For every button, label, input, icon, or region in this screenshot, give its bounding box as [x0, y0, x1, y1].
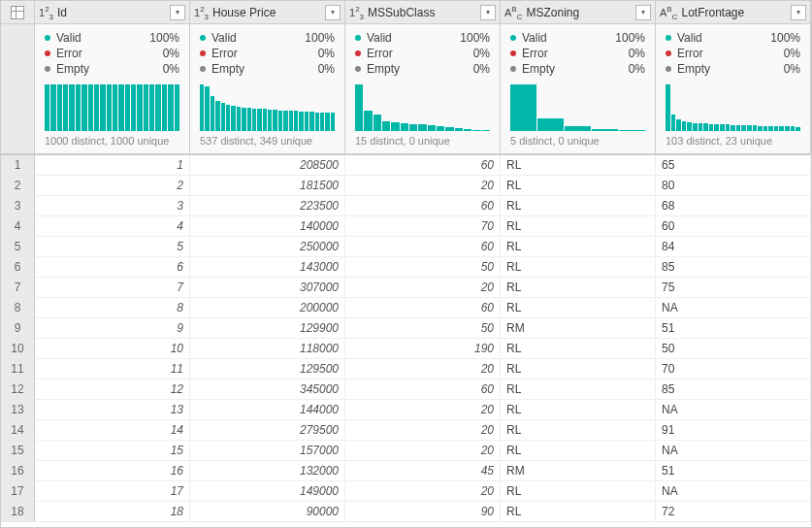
row-number[interactable]: 18	[1, 502, 35, 522]
row-number[interactable]: 15	[1, 441, 35, 461]
cell[interactable]: 345000	[190, 380, 345, 400]
cell[interactable]: 140000	[190, 216, 345, 237]
cell[interactable]: RM	[501, 461, 656, 481]
cell[interactable]: 45	[345, 461, 501, 481]
row-number[interactable]: 6	[1, 257, 35, 278]
cell[interactable]: 18	[35, 502, 190, 522]
cell[interactable]: 7	[35, 278, 190, 298]
text-type-icon[interactable]: ABC	[660, 6, 681, 19]
cell[interactable]: 5	[35, 237, 190, 257]
cell[interactable]: 11	[35, 359, 190, 380]
filter-dropdown-icon[interactable]: ▾	[480, 5, 496, 20]
cell[interactable]: 279500	[190, 420, 345, 441]
cell[interactable]: 91	[656, 420, 811, 441]
cell[interactable]: 70	[345, 216, 501, 237]
cell[interactable]: 50	[345, 257, 501, 278]
cell[interactable]: NA	[656, 298, 811, 318]
column-header[interactable]: 123Id▾	[35, 1, 190, 24]
cell[interactable]: RL	[501, 237, 656, 257]
table-corner[interactable]	[1, 1, 35, 24]
cell[interactable]: 118000	[190, 339, 345, 359]
cell[interactable]: 14	[35, 420, 190, 441]
row-number[interactable]: 1	[1, 155, 35, 176]
row-number[interactable]: 11	[1, 359, 35, 380]
cell[interactable]: RL	[501, 441, 656, 461]
row-number[interactable]: 7	[1, 278, 35, 298]
cell[interactable]: 144000	[190, 400, 345, 420]
cell[interactable]: 68	[656, 196, 811, 216]
cell[interactable]: 20	[345, 359, 501, 380]
cell[interactable]: RL	[501, 359, 656, 380]
cell[interactable]: 20	[345, 481, 501, 502]
cell[interactable]: 15	[35, 441, 190, 461]
cell[interactable]: 250000	[190, 237, 345, 257]
cell[interactable]: 60	[345, 155, 501, 176]
cell[interactable]: 51	[656, 461, 811, 481]
row-number[interactable]: 14	[1, 420, 35, 441]
cell[interactable]: 16	[35, 461, 190, 481]
cell[interactable]: RL	[501, 502, 656, 522]
cell[interactable]: 85	[656, 257, 811, 278]
filter-dropdown-icon[interactable]: ▾	[791, 5, 806, 20]
cell[interactable]: 190	[345, 339, 501, 359]
cell[interactable]: 70	[656, 359, 811, 380]
cell[interactable]: 90	[345, 502, 501, 522]
cell[interactable]: 85	[656, 380, 811, 400]
cell[interactable]: 6	[35, 257, 190, 278]
distribution-histogram[interactable]	[510, 82, 645, 131]
filter-dropdown-icon[interactable]: ▾	[635, 5, 651, 20]
cell[interactable]: 50	[345, 318, 501, 339]
distribution-histogram[interactable]	[45, 82, 179, 131]
cell[interactable]: RL	[501, 196, 656, 216]
row-number[interactable]: 8	[1, 298, 35, 318]
row-number[interactable]: 3	[1, 196, 35, 216]
cell[interactable]: 8	[35, 298, 190, 318]
cell[interactable]: 9	[35, 318, 190, 339]
cell[interactable]: RL	[501, 257, 656, 278]
cell[interactable]: NA	[656, 441, 811, 461]
cell[interactable]: 2	[35, 176, 190, 196]
row-number[interactable]: 2	[1, 176, 35, 196]
cell[interactable]: 4	[35, 216, 190, 237]
row-number[interactable]: 5	[1, 237, 35, 257]
cell[interactable]: 20	[345, 400, 501, 420]
cell[interactable]: 1	[35, 155, 190, 176]
distribution-histogram[interactable]	[666, 82, 800, 131]
row-number[interactable]: 9	[1, 318, 35, 339]
cell[interactable]: 50	[656, 339, 811, 359]
cell[interactable]: 90000	[190, 502, 345, 522]
cell[interactable]: 208500	[190, 155, 345, 176]
cell[interactable]: 13	[35, 400, 190, 420]
cell[interactable]: 51	[656, 318, 811, 339]
cell[interactable]: 129900	[190, 318, 345, 339]
number-type-icon[interactable]: 123	[349, 6, 368, 19]
cell[interactable]: 3	[35, 196, 190, 216]
cell[interactable]: NA	[656, 400, 811, 420]
distribution-histogram[interactable]	[355, 82, 490, 131]
row-number[interactable]: 16	[1, 461, 35, 481]
cell[interactable]: RL	[501, 339, 656, 359]
column-header[interactable]: 123MSSubClass▾	[345, 1, 501, 24]
cell[interactable]: 60	[345, 196, 501, 216]
cell[interactable]: 132000	[190, 461, 345, 481]
cell[interactable]: 200000	[190, 298, 345, 318]
cell[interactable]: 60	[345, 298, 501, 318]
row-number[interactable]: 10	[1, 339, 35, 359]
cell[interactable]: 17	[35, 481, 190, 502]
column-header[interactable]: 123House Price▾	[190, 1, 345, 24]
cell[interactable]: 20	[345, 441, 501, 461]
cell[interactable]: 223500	[190, 196, 345, 216]
cell[interactable]: 143000	[190, 257, 345, 278]
cell[interactable]: 157000	[190, 441, 345, 461]
cell[interactable]: 84	[656, 237, 811, 257]
cell[interactable]: 12	[35, 380, 190, 400]
column-header[interactable]: ABCLotFrontage▾	[656, 1, 811, 24]
cell[interactable]: RL	[501, 380, 656, 400]
cell[interactable]: 60	[345, 380, 501, 400]
cell[interactable]: RL	[501, 481, 656, 502]
cell[interactable]: RL	[501, 298, 656, 318]
cell[interactable]: 20	[345, 420, 501, 441]
text-type-icon[interactable]: ABC	[504, 6, 526, 19]
cell[interactable]: NA	[656, 481, 811, 502]
cell[interactable]: RL	[501, 400, 656, 420]
